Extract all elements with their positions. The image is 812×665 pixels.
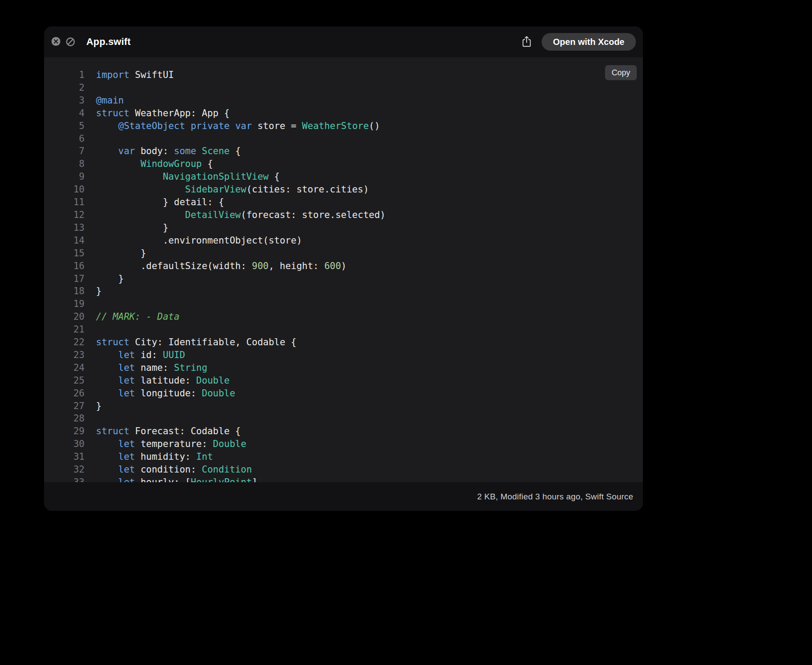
line-number: 20	[44, 310, 85, 323]
line-number: 30	[44, 438, 85, 451]
code-line: 24 let name: String	[44, 362, 643, 374]
line-number: 24	[44, 362, 85, 374]
code-line: 7 var body: some Scene {	[44, 145, 643, 158]
code-text: let longitude: Double	[85, 387, 235, 400]
code-text: .environmentObject(store)	[85, 234, 302, 247]
code-lines: 1import SwiftUI23@main4struct WeatherApp…	[44, 57, 643, 482]
code-text	[85, 323, 96, 336]
code-line: 15 }	[44, 247, 643, 260]
code-line: 9 NavigationSplitView {	[44, 170, 643, 183]
titlebar-left-group: App.swift	[51, 36, 131, 48]
statusbar: 2 KB, Modified 3 hours ago, Swift Source	[44, 482, 643, 511]
share-button[interactable]	[520, 36, 533, 48]
code-line: 6	[44, 133, 643, 145]
code-text	[85, 298, 96, 310]
code-line: 18}	[44, 285, 643, 298]
code-text: import SwiftUI	[85, 69, 174, 81]
code-line: 8 WindowGroup {	[44, 158, 643, 170]
code-line: 27}	[44, 400, 643, 413]
titlebar: App.swift Open with Xcode	[44, 26, 643, 57]
code-text: .defaultSize(width: 900, height: 600)	[85, 260, 347, 273]
code-text: let humidity: Int	[85, 451, 213, 463]
code-line: 1import SwiftUI	[44, 69, 643, 81]
code-line: 5 @StateObject private var store = Weath…	[44, 120, 643, 133]
code-text: let latitude: Double	[85, 374, 229, 387]
line-number: 26	[44, 387, 85, 400]
code-line: 14 .environmentObject(store)	[44, 234, 643, 247]
code-text: struct City: Identifiable, Codable {	[85, 336, 296, 349]
line-number: 25	[44, 374, 85, 387]
file-status-text: 2 KB, Modified 3 hours ago, Swift Source	[477, 492, 633, 502]
line-number: 2	[44, 81, 85, 94]
code-line: 29struct Forecast: Codable {	[44, 425, 643, 438]
code-line: 32 let condition: Condition	[44, 463, 643, 476]
line-number: 21	[44, 323, 85, 336]
line-number: 29	[44, 425, 85, 438]
code-line: 2	[44, 81, 643, 94]
line-number: 27	[44, 400, 85, 413]
code-text: } detail: {	[85, 196, 224, 209]
line-number: 5	[44, 120, 85, 133]
code-line: 13 }	[44, 222, 643, 234]
code-line: 30 let temperature: Double	[44, 438, 643, 451]
code-line: 26 let longitude: Double	[44, 387, 643, 400]
titlebar-right-group: Open with Xcode	[520, 33, 636, 51]
line-number: 11	[44, 196, 85, 209]
share-icon	[521, 35, 532, 49]
code-line: 4struct WeatherApp: App {	[44, 107, 643, 120]
line-number: 4	[44, 107, 85, 120]
code-text: }	[85, 273, 124, 285]
no-edit-icon	[66, 37, 75, 47]
code-text: DetailView(forecast: store.selected)	[85, 209, 385, 222]
code-text: struct Forecast: Codable {	[85, 425, 241, 438]
line-number: 32	[44, 463, 85, 476]
code-line: 33 let hourly: [HourlyPoint]	[44, 476, 643, 482]
code-text: SidebarView(cities: store.cities)	[85, 183, 369, 196]
line-number: 12	[44, 209, 85, 222]
code-line: 31 let humidity: Int	[44, 451, 643, 463]
code-text: let condition: Condition	[85, 463, 252, 476]
code-text: NavigationSplitView {	[85, 170, 280, 183]
code-text: // MARK: - Data	[85, 310, 180, 323]
code-line: 21	[44, 323, 643, 336]
code-text: }	[85, 222, 168, 234]
code-text: let name: String	[85, 362, 207, 374]
line-number: 16	[44, 260, 85, 273]
code-text	[85, 133, 96, 145]
code-text: }	[85, 400, 102, 413]
close-icon	[51, 37, 61, 48]
open-with-xcode-button[interactable]: Open with Xcode	[542, 33, 636, 51]
code-line: 3@main	[44, 94, 643, 107]
line-number: 18	[44, 285, 85, 298]
code-line: 17 }	[44, 273, 643, 285]
code-text: var body: some Scene {	[85, 145, 241, 158]
code-line: 19	[44, 298, 643, 310]
line-number: 28	[44, 412, 85, 425]
line-number: 9	[44, 170, 85, 183]
line-number: 23	[44, 349, 85, 362]
code-line: 22struct City: Identifiable, Codable {	[44, 336, 643, 349]
close-button[interactable]	[51, 37, 61, 47]
line-number: 31	[44, 451, 85, 463]
code-panel[interactable]: Copy 1import SwiftUI23@main4struct Weath…	[44, 57, 643, 482]
code-line: 11 } detail: {	[44, 196, 643, 209]
code-line: 10 SidebarView(cities: store.cities)	[44, 183, 643, 196]
line-number: 10	[44, 183, 85, 196]
code-text: WindowGroup {	[85, 158, 213, 170]
line-number: 14	[44, 234, 85, 247]
line-number: 33	[44, 476, 85, 482]
code-text: }	[85, 285, 102, 298]
line-number: 13	[44, 222, 85, 234]
quicklook-window: App.swift Open with Xcode Copy 1import S…	[44, 26, 643, 511]
code-text: let id: UUID	[85, 349, 185, 362]
code-text: @main	[85, 94, 124, 107]
code-line: 25 let latitude: Double	[44, 374, 643, 387]
line-number: 22	[44, 336, 85, 349]
window-title: App.swift	[86, 36, 131, 48]
code-line: 20// MARK: - Data	[44, 310, 643, 323]
copy-button[interactable]: Copy	[605, 65, 637, 80]
line-number: 1	[44, 69, 85, 81]
line-number: 15	[44, 247, 85, 260]
code-text: struct WeatherApp: App {	[85, 107, 229, 120]
code-line: 23 let id: UUID	[44, 349, 643, 362]
